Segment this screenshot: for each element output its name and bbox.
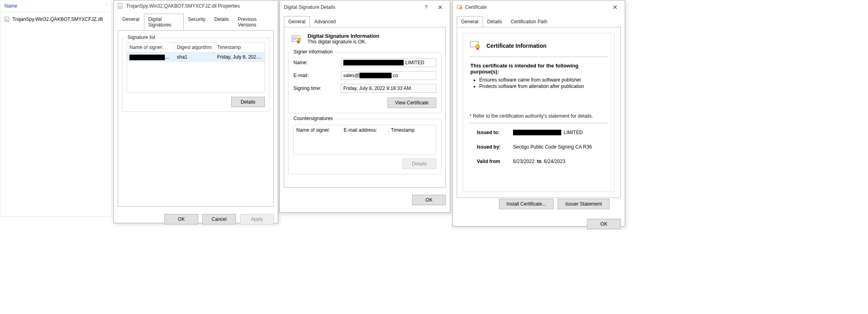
refer-note: * Refer to the certification authority's… (470, 113, 608, 123)
digest-cell: sha1 (174, 53, 215, 62)
properties-tabpage: Signature list Name of signer: Digest al… (118, 30, 274, 207)
issued-to-label: Issued to: (477, 130, 513, 135)
apply-button[interactable]: Apply (240, 214, 274, 224)
properties-titlebar[interactable]: TrojanSpy.Win32.QAKBOT.SMYXCFJZ.dll Prop… (114, 0, 278, 11)
email-prefix: sales@ (343, 73, 359, 78)
signature-details-title: Digital Signature Details (284, 4, 335, 10)
signature-list-header: Name of signer: Digest algorithm Timesta… (127, 42, 265, 53)
countersignatures-list[interactable]: Name of signer: E-mail address: Timestam… (293, 125, 436, 155)
signer-name-field[interactable]: LIMITED (341, 58, 436, 67)
valid-from-value: 6/23/2022 (513, 159, 534, 164)
svg-rect-0 (5, 17, 9, 22)
signer-ellipsis: ... (165, 54, 169, 60)
certificate-ribbon-icon (470, 40, 482, 52)
issued-by-value: Sectigo Public Code Signing CA R36 (513, 144, 608, 150)
certificate-tabs: General Details Certification Path (453, 16, 625, 27)
certificate-icon (457, 4, 462, 10)
svg-rect-2 (6, 18, 8, 18)
certificate-button-row: OK (453, 216, 625, 233)
col-signer[interactable]: Name of signer: (294, 125, 341, 135)
name-label: Name: (293, 60, 338, 65)
certificate-dialog: Certificate General Details Certificatio… (452, 0, 625, 226)
column-header-name[interactable]: Name ˄ (0, 0, 112, 12)
tab-details[interactable]: Details (210, 14, 234, 30)
svg-point-8 (460, 7, 462, 9)
close-button[interactable] (435, 3, 446, 11)
redacted-issued-to (513, 130, 561, 135)
valid-range: 6/23/2022 to 6/24/2023 (513, 159, 608, 164)
col-email[interactable]: E-mail address: (341, 125, 389, 135)
file-name: TrojanSpy.Win32.QAKBOT.SMYXCFJZ.dll (12, 16, 103, 22)
group-label: Signature list (126, 35, 157, 40)
certificate-titlebar[interactable]: Certificate (453, 0, 625, 14)
view-certificate-button[interactable]: View Certificate (388, 98, 436, 108)
signer-information-group: Signer information Name: LIMITED E-mail:… (288, 52, 441, 113)
tab-general[interactable]: General (457, 16, 483, 27)
svg-rect-3 (118, 4, 122, 8)
close-icon (613, 5, 617, 9)
timestamp-cell: Friday, July 8, 2022 9:... (215, 53, 265, 62)
signer-email-field[interactable]: sales@ .co (341, 71, 436, 80)
tab-security[interactable]: Security (184, 14, 210, 30)
ok-button[interactable]: OK (412, 195, 446, 205)
install-certificate-button[interactable]: Install Certificate... (499, 199, 554, 209)
signature-list-group: Signature list Name of signer: Digest al… (122, 38, 269, 112)
signature-details-button[interactable]: Details (231, 97, 265, 107)
issued-by-label: Issued by: (477, 144, 513, 150)
col-digest[interactable]: Digest algorithm (174, 43, 215, 52)
signature-details-button-row: OK (280, 192, 450, 209)
properties-button-row: OK Cancel Apply (114, 211, 278, 228)
certificate-info-panel: Certificate Information This certificate… (463, 33, 615, 192)
valid-from-label: Valid from (477, 159, 513, 164)
explorer-pane: Name ˄ TrojanSpy.Win32.QAKBOT.SMYXCFJZ.d… (0, 0, 112, 217)
purpose-item: Ensures software came from software publ… (479, 77, 607, 83)
svg-point-6 (298, 38, 301, 41)
purpose-line: This certificate is intended for the fol… (470, 63, 579, 75)
signing-time-field[interactable]: Friday, July 8, 2022 9:18:33 AM (341, 84, 436, 93)
signer-cell: ... (127, 53, 174, 62)
signature-list[interactable]: ... sha1 Friday, July 8, 2022 9:... (127, 53, 265, 93)
signature-row[interactable]: ... sha1 Friday, July 8, 2022 9:... (127, 53, 265, 62)
countersignature-details-button[interactable]: Details (402, 159, 436, 169)
certificate-title: Certificate (465, 4, 487, 10)
tab-advanced[interactable]: Advanced (310, 16, 340, 27)
signature-info-title: Digital Signature Information (308, 33, 379, 39)
svg-rect-4 (119, 6, 121, 7)
dll-file-icon (4, 16, 10, 22)
tab-previous-versions[interactable]: Previous Versions (234, 14, 274, 30)
ok-button[interactable]: OK (587, 219, 621, 229)
col-timestamp[interactable]: Timestamp (215, 43, 265, 52)
to-label: to (537, 159, 541, 164)
help-button[interactable]: ? (421, 3, 432, 11)
properties-tabs: General Digital Signatures Security Deta… (114, 14, 278, 30)
issuer-statement-button[interactable]: Issuer Statement (558, 199, 609, 209)
svg-rect-1 (6, 20, 8, 20)
close-button[interactable] (609, 3, 621, 11)
countersignatures-group: Countersignatures Name of signer: E-mail… (288, 119, 441, 174)
valid-to-value: 6/24/2023 (544, 159, 565, 164)
tab-certification-path[interactable]: Certification Path (506, 16, 552, 27)
file-row[interactable]: TrojanSpy.Win32.QAKBOT.SMYXCFJZ.dll (0, 12, 112, 26)
cancel-button[interactable]: Cancel (202, 214, 236, 224)
signature-details-titlebar[interactable]: Digital Signature Details ? (280, 0, 450, 14)
tab-general[interactable]: General (284, 16, 310, 27)
ok-button[interactable]: OK (164, 214, 198, 224)
close-icon (438, 5, 442, 9)
properties-dialog: TrojanSpy.Win32.QAKBOT.SMYXCFJZ.dll Prop… (113, 0, 278, 223)
tab-digital-signatures[interactable]: Digital Signatures (144, 14, 184, 30)
group-label: Signer information (292, 49, 334, 55)
certificate-tabpage: Certificate Information This certificate… (457, 27, 621, 198)
col-timestamp[interactable]: Timestamp (388, 125, 436, 135)
issued-to-suffix: LIMITED (564, 130, 583, 135)
col-signer[interactable]: Name of signer: (127, 43, 174, 52)
tab-general[interactable]: General (118, 14, 144, 30)
email-suffix: .co (392, 73, 398, 78)
tab-details[interactable]: Details (483, 16, 507, 27)
issued-to-value: LIMITED (513, 130, 608, 135)
signature-details-dialog: Digital Signature Details ? General Adva… (279, 0, 450, 213)
signer-name-suffix: LIMITED (405, 60, 424, 65)
properties-title: TrojanSpy.Win32.QAKBOT.SMYXCFJZ.dll Prop… (126, 3, 240, 9)
redacted-signer (129, 55, 165, 60)
redacted-email-domain (359, 73, 392, 78)
email-label: E-mail: (293, 73, 338, 78)
